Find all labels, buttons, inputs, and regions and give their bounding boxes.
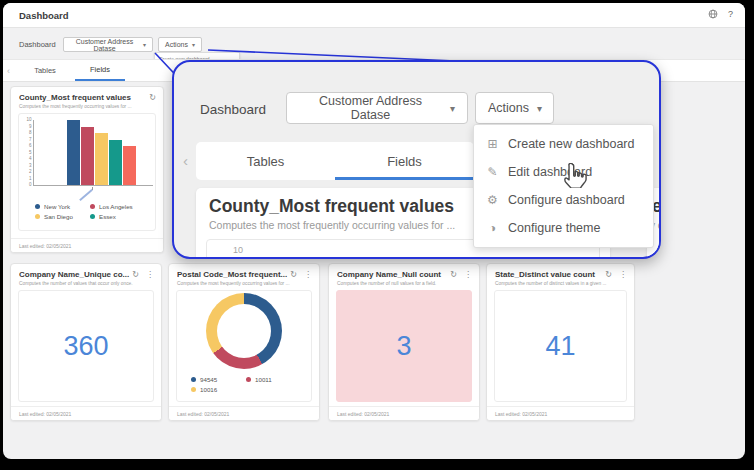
chevron-down-icon: ▾ [192, 41, 195, 48]
menu-item-create-new-dashboard[interactable]: ⊞Create new dashboard [474, 130, 653, 158]
legend-item: 10011 [246, 376, 301, 383]
menu-item-configure-dashboard[interactable]: ⚙Configure dashboard [474, 186, 653, 214]
legend-label: San Diego [44, 213, 73, 220]
actions-label: Actions [165, 41, 188, 48]
legend-item: San Diego [35, 213, 90, 220]
tab-tables[interactable]: Tables [196, 142, 335, 180]
y-axis-tick-label: 6 [29, 143, 32, 148]
bar [67, 120, 80, 185]
actions-button[interactable]: Actions ▾ [475, 92, 554, 124]
dashboard-label: Dashboard [200, 102, 266, 117]
metric-value-panel: 41 [494, 290, 627, 402]
legend-label: 10011 [255, 376, 272, 383]
card-subtitle: Computes the most frequently occurring v… [169, 280, 319, 288]
y-axis-tick-label: 4 [29, 156, 32, 161]
card-county-most-frequent-values: County_Most frequent values ↻ Computes t… [10, 86, 164, 253]
kebab-menu-icon[interactable]: ⋮ [304, 270, 312, 279]
card-footer: Last edited: 02/05/2021 [329, 406, 479, 420]
dashboard-toolbar: Dashboard Customer Address Datase ▾ Acti… [3, 28, 745, 59]
y-axis-tick-label: 3 [29, 163, 32, 168]
app-window: Dashboard ? Dashboard Customer Address D… [3, 3, 745, 459]
card-subtitle: Computes the number of distinct values i… [487, 280, 634, 288]
menu-item-label: Create new dashboard [508, 137, 634, 151]
refresh-icon[interactable]: ↻ [450, 270, 457, 279]
bar [123, 146, 136, 185]
tabs-bar: Tables Fields [196, 142, 474, 180]
card-company-name-null-count: Company Name_Null count ↻ ⋮ Computes the… [328, 263, 480, 421]
bar-chart-plot: 012345678910 [33, 120, 153, 186]
y-axis-tick-label: 0 [29, 182, 32, 187]
card-title: Company Name_Null count [337, 270, 449, 279]
refresh-icon[interactable]: ↻ [132, 270, 139, 279]
legend-item: Los Angeles [90, 203, 145, 210]
plus-square-icon: ⊞ [486, 137, 499, 151]
refresh-icon[interactable]: ↻ [290, 270, 297, 279]
globe-icon[interactable] [708, 9, 718, 19]
legend-dot [191, 387, 196, 392]
kebab-menu-icon[interactable]: ⋮ [464, 270, 472, 279]
screenshot-frame: Dashboard ? Dashboard Customer Address D… [0, 0, 754, 470]
refresh-icon[interactable]: ↻ [605, 270, 612, 279]
legend-dot [35, 204, 40, 209]
card-title: State_Distinct value count [495, 270, 607, 279]
kebab-menu-icon[interactable]: ⋮ [619, 270, 627, 279]
y-axis-tick-label: 5 [29, 150, 32, 155]
y-axis-tick-label: 1 [29, 176, 32, 181]
donut-legend: 945451001110016 [177, 369, 311, 393]
y-axis-tick-label: 10 [27, 117, 32, 122]
help-icon[interactable]: ? [728, 9, 733, 19]
pencil-icon: ✎ [486, 165, 499, 179]
bar [109, 140, 122, 186]
card-postal-code-most-frequent: Postal Code_Most frequent... ↻ ⋮ Compute… [168, 263, 320, 421]
tab-fields[interactable]: Fields [75, 60, 125, 81]
tab-tables[interactable]: Tables [17, 60, 73, 81]
dataset-select-button[interactable]: Customer Address Datase ▾ [63, 37, 153, 52]
tab-tables-label: Tables [247, 154, 285, 169]
bar [95, 133, 108, 185]
legend-dot [90, 214, 95, 219]
legend-item: Essex [90, 213, 145, 220]
dataset-select-label: Customer Address Datase [70, 38, 139, 52]
y-axis-tick-label: 10 [233, 245, 243, 255]
cursor-pointer-icon [562, 163, 587, 188]
card-state-distinct-value-count: State_Distinct value count ↻ ⋮ Computes … [486, 263, 635, 421]
kebab-menu-icon[interactable]: ⋮ [146, 270, 154, 279]
metric-value: 41 [545, 331, 575, 362]
menu-item-configure-theme[interactable]: ◑Configure theme [474, 214, 653, 242]
card-footer: Last edited: 02/05/2021 [11, 238, 163, 252]
bar-chart: 012345678910 New YorkLos AngelesSan Dieg… [18, 113, 156, 231]
menu-item-label: Configure dashboard [508, 193, 625, 207]
metric-value-panel: 360 [18, 290, 154, 402]
actions-button-small[interactable]: Actions ▾ [158, 37, 202, 52]
y-axis-tick-label: 2 [29, 169, 32, 174]
metric-value-panel-alert: 3 [336, 290, 472, 402]
legend-dot [90, 204, 95, 209]
theme-icon: ◑ [486, 221, 499, 235]
title-bar: Dashboard ? [3, 3, 745, 28]
legend-label: Los Angeles [99, 203, 133, 210]
menu-item-label: Configure theme [508, 221, 600, 235]
tab-fields-label: Fields [90, 65, 110, 74]
legend-item: 94545 [191, 376, 246, 383]
tab-fields[interactable]: Fields [335, 142, 474, 180]
tab-tables-label: Tables [34, 66, 56, 75]
chevron-down-icon: ▾ [450, 103, 455, 114]
card-company-name-unique-count: Company Name_Unique co... ↻ ⋮ Computes t… [10, 263, 162, 421]
y-axis-tick-label: 7 [29, 137, 32, 142]
donut-chart [206, 293, 282, 369]
card-subtitle: Computes the number of values that occur… [11, 280, 161, 288]
page-title: Dashboard [19, 10, 69, 21]
card-footer: Last edited: 02/05/2021 [487, 406, 634, 420]
legend-dot [191, 377, 196, 382]
chevron-left-icon[interactable]: ‹ [7, 66, 10, 76]
dataset-select-button[interactable]: Customer Address Datase ▾ [286, 92, 468, 124]
legend-label: 94545 [200, 376, 217, 383]
y-axis-tick-label: 9 [29, 124, 32, 129]
refresh-icon[interactable]: ↻ [149, 93, 156, 102]
dataset-select-label: Customer Address Datase [299, 94, 442, 122]
legend-dot [35, 214, 40, 219]
legend-label: 10016 [200, 386, 217, 393]
bar [81, 127, 94, 186]
card-subtitle: Computes the number of null values for a… [329, 280, 479, 288]
chevron-left-icon[interactable]: ‹ [183, 152, 188, 169]
